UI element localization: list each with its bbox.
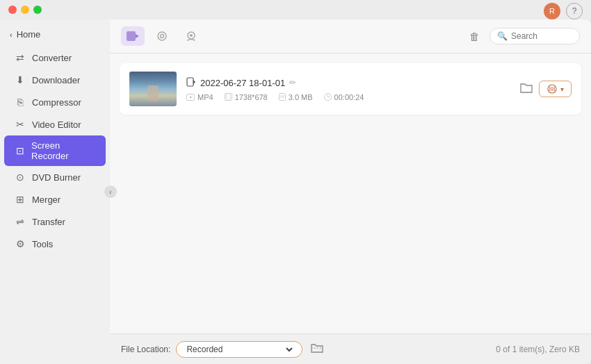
format-icon [186, 94, 195, 101]
sidebar-item-transfer[interactable]: ⇌ Transfer [4, 210, 106, 233]
sidebar: ‹ Home ⇄ Converter ⬇ Downloader ⎘ Compre… [0, 19, 110, 364]
file-location-select[interactable]: Recorded Custom Downloads [184, 344, 295, 355]
status-text: 0 of 1 item(s), Zero KB [496, 345, 580, 354]
collapse-sidebar-button[interactable]: ‹ [104, 185, 117, 198]
sidebar-label-video-editor: Video Editor [32, 119, 81, 130]
sidebar-item-dvd-burner[interactable]: ⊙ DVD Burner [4, 166, 106, 188]
transfer-icon: ⇌ [14, 215, 26, 228]
title-bar: R ? [0, 0, 591, 19]
sidebar-label-downloader: Downloader [32, 75, 80, 85]
convert-button[interactable]: ▾ [539, 81, 572, 97]
svg-point-3 [161, 35, 164, 38]
video-meta: MP4 1738*678 [186, 93, 510, 101]
video-title-row: 2022-06-27 18-01-01 ✏ [186, 77, 510, 89]
trash-button[interactable]: 🗑 [464, 26, 484, 46]
converter-icon: ⇄ [14, 51, 26, 64]
app-body: ‹ Home ⇄ Converter ⬇ Downloader ⎘ Compre… [0, 19, 591, 364]
video-resolution: 1738*678 [235, 93, 268, 101]
duration-icon [324, 93, 332, 101]
svg-rect-13 [279, 94, 285, 101]
tools-icon: ⚙ [14, 238, 26, 250]
downloader-icon: ⬇ [14, 74, 26, 86]
sidebar-item-tools[interactable]: ⚙ Tools [4, 233, 106, 255]
svg-marker-9 [190, 96, 193, 99]
sidebar-label-screen-recorder: Screen Recorder [31, 140, 96, 161]
file-location: File Location: Recorded Custom Downloads [121, 341, 323, 358]
sidebar-item-compressor[interactable]: ⎘ Compressor [4, 91, 106, 113]
open-folder-button[interactable] [311, 342, 323, 356]
meta-format: MP4 [186, 93, 213, 101]
sidebar-label-tools: Tools [32, 239, 53, 249]
file-location-label: File Location: [121, 345, 170, 354]
svg-rect-10 [225, 94, 232, 101]
video-actions: ▾ [519, 81, 572, 97]
video-info: 2022-06-27 18-01-01 ✏ MP4 [186, 77, 510, 101]
home-label: Home [17, 29, 41, 40]
edit-icon[interactable]: ✏ [289, 78, 296, 88]
merger-icon: ⊞ [14, 193, 26, 206]
tab-video[interactable] [121, 26, 145, 46]
search-input[interactable] [511, 31, 574, 41]
sidebar-label-converter: Converter [32, 53, 72, 63]
footer: File Location: Recorded Custom Downloads… [110, 333, 591, 364]
compressor-icon: ⎘ [14, 96, 26, 108]
video-item: 2022-06-27 18-01-01 ✏ MP4 [120, 63, 581, 115]
sidebar-label-compressor: Compressor [32, 97, 81, 108]
size-icon [279, 93, 286, 101]
top-bar: 🗑 🔍 [110, 19, 591, 53]
sidebar-item-video-editor[interactable]: ✂ Video Editor [4, 113, 106, 135]
video-title: 2022-06-27 18-01-01 [200, 78, 285, 88]
video-thumbnail [129, 72, 177, 106]
meta-resolution: 1738*678 [225, 93, 268, 101]
search-icon: 🔍 [497, 31, 508, 41]
resolution-icon [225, 93, 232, 101]
content-area: 2022-06-27 18-01-01 ✏ MP4 [110, 53, 591, 333]
top-bar-right: 🗑 🔍 [464, 26, 580, 46]
video-file-icon [186, 77, 196, 89]
sidebar-item-screen-recorder[interactable]: ⊡ Screen Recorder [4, 135, 106, 166]
svg-rect-0 [127, 31, 136, 41]
search-box: 🔍 [489, 28, 580, 44]
traffic-light-yellow[interactable] [21, 6, 29, 14]
meta-size: 3.0 MB [279, 93, 313, 101]
video-duration: 00:00:24 [334, 93, 364, 101]
tab-audio[interactable] [150, 26, 174, 46]
sidebar-label-dvd-burner: DVD Burner [32, 172, 81, 183]
svg-rect-6 [187, 78, 193, 86]
screen-recorder-icon: ⊡ [14, 144, 26, 157]
sidebar-home[interactable]: ‹ Home [0, 25, 110, 47]
main-content: 🗑 🔍 [110, 19, 591, 364]
video-editor-icon: ✂ [14, 118, 26, 131]
sidebar-item-merger[interactable]: ⊞ Merger [4, 188, 106, 210]
meta-duration: 00:00:24 [324, 93, 364, 101]
help-button[interactable]: ? [566, 3, 583, 19]
home-chevron-icon: ‹ [10, 31, 13, 39]
sidebar-label-transfer: Transfer [32, 217, 65, 227]
dvd-burner-icon: ⊙ [14, 171, 26, 183]
sidebar-item-converter[interactable]: ⇄ Converter [4, 47, 106, 69]
convert-chevron-icon: ▾ [560, 85, 564, 93]
video-size: 3.0 MB [289, 93, 313, 101]
sidebar-label-merger: Merger [32, 195, 60, 205]
video-format: MP4 [197, 93, 213, 101]
svg-marker-1 [136, 34, 139, 38]
top-bar-tabs [121, 26, 458, 46]
svg-point-2 [158, 32, 166, 40]
save-folder-button[interactable] [519, 81, 533, 97]
user-button[interactable]: R [544, 3, 560, 19]
traffic-light-red[interactable] [8, 6, 17, 14]
svg-point-5 [190, 34, 193, 37]
sidebar-item-downloader[interactable]: ⬇ Downloader [4, 69, 106, 91]
tab-webcam[interactable] [179, 26, 203, 46]
svg-marker-7 [193, 80, 195, 84]
file-location-dropdown: Recorded Custom Downloads [176, 341, 302, 358]
traffic-light-green[interactable] [33, 6, 42, 14]
